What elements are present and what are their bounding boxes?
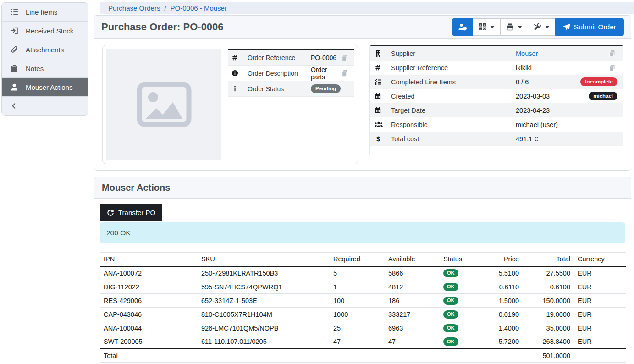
sidebar: Line Items Received Stock Attachments No… xyxy=(1,2,88,116)
cell-price: 5.5100 xyxy=(492,266,523,280)
copy-icon[interactable] xyxy=(608,64,617,72)
cell-ipn: ANA-100072 xyxy=(100,266,198,280)
cell-total: 27.5500 xyxy=(523,266,574,280)
sidebar-item-attachments[interactable]: Attachments xyxy=(2,40,88,59)
table-total-row: Total 501.0000 xyxy=(100,349,626,363)
supplier-link[interactable]: Mouser xyxy=(516,50,538,57)
cell-ipn: ANA-100044 xyxy=(100,321,198,335)
cell-currency: EUR xyxy=(574,266,626,280)
total-label: Total xyxy=(100,349,198,363)
supplier-detail-row: $ Total cost 491.1 € xyxy=(370,132,623,146)
detail-label: Supplier Reference xyxy=(391,64,516,72)
user-shield-icon xyxy=(458,23,467,31)
cell-total: 150.0000 xyxy=(523,294,574,308)
order-details-card: Order Reference PO-0006 Order Descriptio… xyxy=(102,45,358,164)
calendar-icon xyxy=(375,107,391,114)
sidebar-item-label: Attachments xyxy=(26,46,64,54)
submit-order-label: Submit Order xyxy=(574,23,616,31)
breadcrumb-link-current[interactable]: PO-0006 - Mouser xyxy=(171,4,227,12)
ok-badge: OK xyxy=(443,310,458,319)
cell-required: 47 xyxy=(330,335,385,349)
col-header-currency: Currency xyxy=(574,253,626,266)
sidebar-item-line-items[interactable]: Line Items xyxy=(2,3,88,22)
status-alert: 200 OK xyxy=(100,222,625,243)
barcode-dropdown-button[interactable] xyxy=(473,18,501,36)
table-row: SWT-200005 611-110.107.011/0205 47 47 OK… xyxy=(100,335,626,349)
transfer-po-button[interactable]: Transfer PO xyxy=(100,204,162,221)
sidebar-item-received-stock[interactable]: Received Stock xyxy=(2,22,88,40)
approvals-button[interactable] xyxy=(452,18,473,36)
detail-value: 491.1 € xyxy=(516,135,617,143)
order-tools-dropdown-button[interactable] xyxy=(528,18,556,36)
info-circle-icon xyxy=(232,70,248,77)
incomplete-badge: Incomplete xyxy=(580,77,617,87)
cell-currency: EUR xyxy=(574,308,626,321)
ok-badge: OK xyxy=(443,297,458,305)
cell-currency: EUR xyxy=(574,294,626,308)
qrcode-icon xyxy=(479,23,486,31)
ok-badge: OK xyxy=(443,324,458,332)
detail-label: Order Reference xyxy=(248,54,311,61)
table-row: DIG-112022 595-SN74HCS74QPWRQ1 1 4812 OK… xyxy=(100,280,626,294)
hashtag-icon xyxy=(232,54,248,61)
cell-sku: 810-C1005X7R1H104M xyxy=(198,308,330,321)
breadcrumb-separator: / xyxy=(164,4,166,12)
parts-table-header-row: IPN SKU Required Available Status Price … xyxy=(100,253,626,266)
cell-status: OK xyxy=(440,266,492,280)
detail-value: michael (user) xyxy=(516,121,617,128)
cell-available: 333217 xyxy=(385,308,440,321)
detail-label: Responsible xyxy=(391,121,516,128)
supplier-detail-row: Completed Line Items 0 / 6 Incomplete xyxy=(370,75,623,89)
copy-icon[interactable] xyxy=(608,50,617,57)
cell-total: 19.0000 xyxy=(523,308,574,321)
order-details-table: Order Reference PO-0006 Order Descriptio… xyxy=(228,49,354,97)
chevron-left-icon xyxy=(10,102,19,110)
cell-price: 1.4000 xyxy=(492,321,523,335)
cell-total: 0.6100 xyxy=(523,280,574,294)
order-image-placeholder[interactable] xyxy=(106,49,221,160)
print-dropdown-button[interactable] xyxy=(500,18,528,36)
copy-icon[interactable] xyxy=(341,54,350,61)
detail-label: Completed Line Items xyxy=(391,78,516,86)
detail-label: Order Status xyxy=(248,85,311,93)
sign-in-icon xyxy=(10,27,19,35)
detail-value: 2023-04-23 xyxy=(516,107,617,114)
total-value: 501.0000 xyxy=(523,349,574,363)
table-row: RES-429006 652-3314Z-1-503E 100 186 OK 1… xyxy=(100,294,626,308)
cell-sku: 250-72981KLRATR150B3 xyxy=(198,266,330,280)
cell-status: OK xyxy=(440,294,492,308)
paperclip-icon xyxy=(10,45,19,54)
cell-required: 1000 xyxy=(330,308,385,321)
submit-order-button[interactable]: Submit Order xyxy=(555,18,624,36)
sidebar-item-label: Line Items xyxy=(26,8,57,16)
parts-table: IPN SKU Required Available Status Price … xyxy=(100,252,626,363)
cell-status: OK xyxy=(440,308,492,321)
cell-currency: EUR xyxy=(574,280,626,294)
cell-available: 5866 xyxy=(385,266,440,280)
sidebar-item-notes[interactable]: Notes xyxy=(2,59,88,78)
cell-sku: 611-110.107.011/0205 xyxy=(198,335,330,349)
supplier-details-table: Supplier Mouser Supplier Reference lklkl… xyxy=(370,45,623,156)
sidebar-item-mouser-actions[interactable]: Mouser Actions xyxy=(2,78,88,97)
copy-icon[interactable] xyxy=(341,70,350,77)
caret-down-icon xyxy=(545,26,550,28)
panel-title: Mouser Actions xyxy=(102,182,170,193)
transfer-po-label: Transfer PO xyxy=(118,209,155,216)
cell-status: OK xyxy=(440,280,492,294)
sidebar-collapse-button[interactable] xyxy=(2,97,88,115)
detail-value: Order parts xyxy=(311,66,341,81)
order-detail-row: Order Reference PO-0006 xyxy=(228,50,354,66)
col-header-available: Available xyxy=(385,253,440,266)
paper-plane-icon xyxy=(563,23,570,31)
breadcrumb-link-purchase-orders[interactable]: Purchase Orders xyxy=(108,4,160,12)
cell-available: 186 xyxy=(385,294,440,308)
cell-status: OK xyxy=(440,321,492,335)
users-icon xyxy=(375,121,391,128)
hashtag-icon xyxy=(375,64,391,71)
order-status: Pending xyxy=(311,84,350,94)
order-actions-toolbar: Submit Order xyxy=(452,18,624,36)
image-placeholder-icon xyxy=(136,82,192,127)
caret-down-icon xyxy=(518,26,522,28)
alert-message: 200 OK xyxy=(106,229,131,237)
breadcrumb: Purchase Orders / PO-0006 - Mouser xyxy=(100,2,634,14)
